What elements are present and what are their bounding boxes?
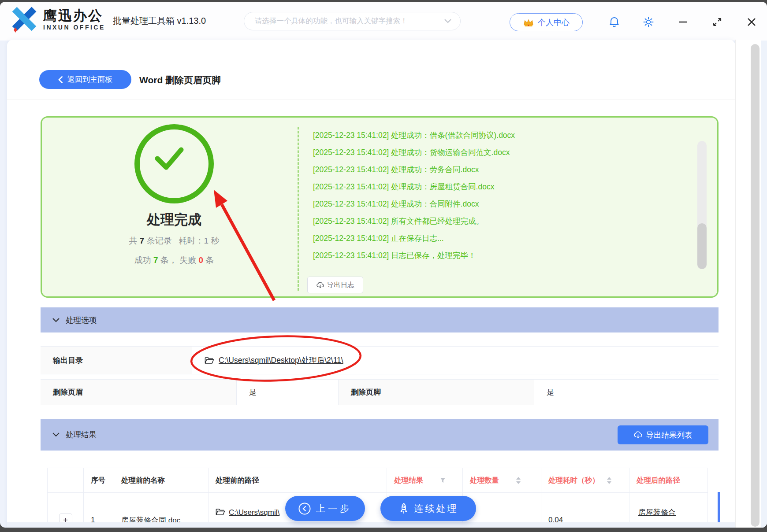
app-title: 批量处理工具箱 v1.13.0: [113, 15, 206, 27]
time-value: 1: [204, 236, 209, 245]
log-line: [2025-12-23 15:41:02] 处理成功：合同附件.docx: [313, 196, 666, 213]
process-log-list: [2025-12-23 15:41:02] 处理成功：借条(借款合同协议).do…: [313, 127, 666, 264]
folder-icon: [205, 356, 214, 364]
search-placeholder: 请选择一个具体的功能，也可输入关键字搜索！: [255, 16, 444, 26]
remove-footer-label: 删除页脚: [339, 380, 534, 405]
col-count-label: 处理数量: [470, 476, 499, 485]
remove-footer-value: 是: [534, 380, 719, 405]
path-start: C:\Users\sqmil\: [229, 508, 279, 517]
col-index: 序号: [84, 468, 114, 492]
log-scrollbar-thumb[interactable]: [697, 223, 707, 269]
chevron-down-icon: [52, 318, 60, 322]
col-expand: [48, 468, 84, 492]
col-result[interactable]: 处理结果: [387, 468, 463, 492]
option-row-header-footer: 删除页眉 是 删除页脚 是: [41, 379, 719, 405]
back-button-label: 返回到主面板: [67, 74, 112, 85]
section-header-results[interactable]: 处理结果: [41, 419, 719, 451]
filter-funnel-icon[interactable]: [440, 477, 446, 483]
circle-left-icon: [298, 502, 311, 515]
notification-bell-icon[interactable]: [608, 16, 620, 28]
fail-label: 失败: [179, 255, 196, 265]
log-line: [2025-12-23 15:41:02] 处理成功：劳务合同.docx: [313, 161, 666, 178]
success-label: 成功: [134, 255, 151, 265]
total-prefix: 共: [129, 236, 138, 245]
option-row-output-dir: 输出目录 C:\Users\sqmil\Desktop\处理后\2\11\: [41, 346, 719, 374]
bottom-strip: [7, 522, 735, 528]
log-line: [2025-12-23 15:41:02] 处理成功：货物运输合同范文.docx: [313, 144, 666, 161]
function-search-select[interactable]: 请选择一个具体的功能，也可输入关键字搜索！: [244, 12, 461, 30]
close-button[interactable]: [745, 16, 758, 28]
output-dir-cell: C:\Users\sqmil\Desktop\处理后\2\11\: [192, 347, 719, 374]
titlebar: 鹰迅办公 INXUN OFFICE 批量处理工具箱 v1.13.0 请选择一个具…: [0, 2, 767, 41]
brand-en: INXUN OFFICE: [43, 23, 105, 31]
success-sep: 条，: [160, 255, 177, 265]
section-header-options[interactable]: 处理选项: [41, 307, 719, 332]
log-scrollbar-track[interactable]: [697, 141, 707, 269]
prev-step-label: 上一步: [316, 502, 352, 515]
chevron-down-icon: [444, 19, 451, 23]
prev-step-button[interactable]: 上一步: [285, 496, 365, 521]
output-dir-link[interactable]: C:\Users\sqmil\Desktop\处理后\2\11\: [219, 355, 343, 366]
fail-unit: 条: [205, 255, 214, 265]
col-path-before: 处理前的路径: [209, 468, 387, 492]
status-title: 处理完成: [97, 211, 251, 229]
maximize-restore-button[interactable]: [711, 16, 723, 28]
export-log-button[interactable]: 导出日志: [307, 277, 363, 293]
personal-center-button[interactable]: 个人中心: [510, 13, 583, 31]
success-count: 7: [153, 255, 158, 265]
col-duration-label: 处理耗时（秒）: [548, 476, 599, 485]
app-window: 鹰迅办公 INXUN OFFICE 批量处理工具箱 v1.13.0 请选择一个具…: [0, 2, 767, 528]
personal-center-label: 个人中心: [538, 17, 570, 28]
right-edge-strip: [761, 41, 767, 528]
export-result-list-label: 导出结果列表: [646, 430, 693, 440]
total-suffix: 条记录: [147, 236, 172, 245]
col-result-label: 处理结果: [394, 476, 423, 485]
time-label: 耗时：: [179, 236, 204, 245]
stat-line-success-fail: 成功 7 条， 失败 0 条: [75, 255, 273, 266]
sort-carets-icon[interactable]: [516, 477, 521, 484]
total-count: 7: [140, 236, 145, 245]
settings-gear-icon[interactable]: [642, 16, 655, 28]
sort-carets-icon[interactable]: [607, 477, 612, 484]
remove-header-value: 是: [237, 380, 339, 405]
log-line: [2025-12-23 15:41:02] 日志已保存，处理完毕！: [313, 247, 666, 264]
remove-header-label: 删除页眉: [41, 380, 237, 405]
log-line: [2025-12-23 15:41:02] 处理成功：房屋租赁合同.docx: [313, 178, 666, 196]
cloud-download-icon: [634, 431, 642, 439]
results-table-header: 序号 处理前的名称 处理前的路径 处理结果 处理数量 处理耗时（秒）: [47, 468, 708, 493]
page-title: Word 删除页眉页脚: [139, 74, 221, 86]
export-result-list-button[interactable]: 导出结果列表: [618, 425, 708, 444]
folder-icon: [216, 508, 225, 516]
minimize-button[interactable]: [677, 16, 689, 28]
col-duration[interactable]: 处理耗时（秒）: [541, 468, 629, 492]
continue-process-label: 连续处理: [414, 502, 458, 515]
rocket-icon: [398, 502, 409, 515]
log-line: [2025-12-23 15:41:02] 处理成功：借条(借款合同协议).do…: [313, 127, 666, 144]
log-separator: [298, 127, 299, 291]
col-path-after: 处理后的路径: [629, 468, 708, 492]
stat-line-total: 共 7 条记录 耗时：1 秒: [75, 235, 273, 247]
continue-process-button[interactable]: 连续处理: [380, 496, 476, 521]
col-count[interactable]: 处理数量: [463, 468, 541, 492]
brand-text: 鹰迅办公 INXUN OFFICE: [43, 8, 105, 31]
time-unit: 秒: [211, 236, 219, 245]
log-line: [2025-12-23 15:41:02] 所有文件都已经处理完成。: [313, 213, 666, 230]
export-log-label: 导出日志: [327, 281, 354, 290]
fail-count: 0: [198, 255, 203, 265]
results-table: 序号 处理前的名称 处理前的路径 处理结果 处理数量 处理耗时（秒）: [47, 468, 708, 528]
cloud-download-icon: [316, 282, 324, 288]
check-icon: [134, 124, 203, 193]
chevron-down-icon: [52, 432, 60, 437]
success-circle: [134, 124, 214, 203]
app-logo: 鹰迅办公 INXUN OFFICE: [10, 6, 105, 33]
logo-x-icon: [10, 6, 39, 33]
crown-icon: [523, 18, 534, 27]
back-to-dashboard-button[interactable]: 返回到主面板: [39, 70, 131, 89]
window-scrollbar-thumb[interactable]: [751, 44, 760, 527]
brand-cn: 鹰迅办公: [43, 8, 105, 23]
chevron-left-icon: [58, 76, 63, 84]
col-name-before: 处理前的名称: [114, 468, 209, 492]
options-section-title: 处理选项: [66, 315, 97, 325]
main-content-card: 返回到主面板 Word 删除页眉页脚 处理完成 共 7 条记录 耗时：1 秒 成…: [7, 40, 735, 528]
log-line: [2025-12-23 15:41:02] 正在保存日志...: [313, 230, 666, 247]
